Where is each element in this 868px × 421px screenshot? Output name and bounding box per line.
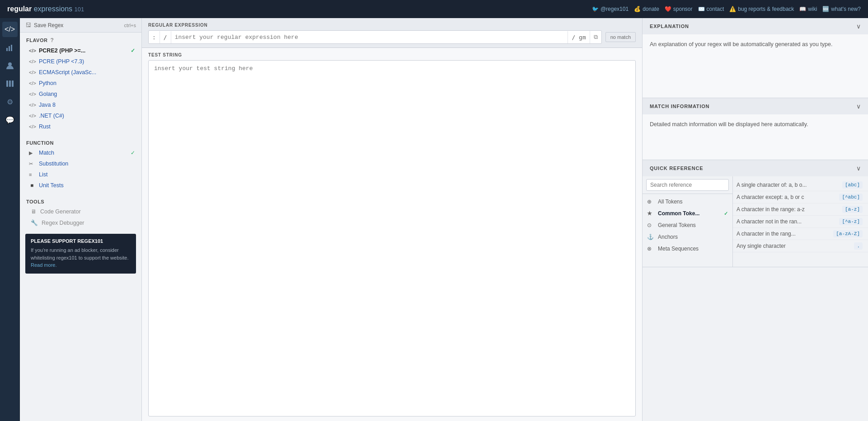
meta-sequences-icon: ⊗ [647, 246, 654, 252]
regex-input-row: : / / gm ⧉ [148, 30, 602, 44]
save-regex-bar: 🖫 Save Regex ctrl+s [20, 18, 141, 33]
flavor-ecmascript[interactable]: </> ECMAScript (JavaSc... [20, 67, 141, 78]
anchors-icon: ⚓ [647, 234, 654, 240]
flavor-rust[interactable]: </> Rust [20, 121, 141, 132]
support-box: PLEASE SUPPORT REGEX101 If you're runnin… [25, 234, 136, 274]
explanation-title: EXPLANATION [650, 24, 689, 29]
icon-sidebar: </> ⚙ 💬 [0, 18, 20, 421]
match-info-body: Detailed match information will be displ… [643, 114, 868, 160]
function-list[interactable]: ≡ List [20, 169, 141, 180]
substitution-icon: ✂ [29, 161, 35, 167]
copy-regex-button[interactable]: ⧉ [590, 31, 601, 43]
test-string-input[interactable] [148, 60, 636, 416]
tool-code-generator[interactable]: 🖥 Code Generator [20, 206, 141, 217]
all-tokens-icon: ⊕ [647, 199, 654, 205]
quick-ref-chevron: ∨ [856, 165, 861, 172]
donate-link[interactable]: 💰 donate [634, 6, 659, 12]
qr-categories: ⊕ All Tokens ★ Common Toke... ✓ ⊙ Genera… [643, 194, 732, 256]
qr-item-2[interactable]: A character in the range: a-z [a-z] [733, 203, 868, 216]
sidebar-icon-editor[interactable]: </> [2, 22, 18, 37]
match-info-header[interactable]: MATCH INFORMATION ∨ [643, 98, 868, 114]
flavor-section-label: FLAVOR ? [20, 33, 141, 45]
match-icon: ▶ [29, 150, 35, 156]
contact-link[interactable]: ✉️ contact [698, 6, 724, 12]
qr-item-4[interactable]: A character in the rang... [a-zA-Z] [733, 228, 868, 240]
explanation-header[interactable]: EXPLANATION ∨ [643, 18, 868, 34]
code-icon-4: </> [29, 80, 35, 86]
function-check: ✓ [131, 150, 135, 156]
support-read-more-link[interactable]: Read more. [31, 262, 56, 268]
function-list: ▶ Match ✓ ✂ Substitution ≡ List ◾ Unit T… [20, 147, 141, 194]
common-tokens-icon: ★ [647, 210, 654, 217]
regex-slash-start: / [160, 31, 171, 43]
logo-101: 101 [75, 6, 84, 13]
code-icon-3: </> [29, 70, 35, 75]
topnav: regular expressions 101 🐦 @regex101 💰 do… [0, 0, 868, 18]
site-logo[interactable]: regular expressions 101 [7, 5, 84, 13]
flavor-python[interactable]: </> Python [20, 78, 141, 89]
save-icon: 🖫 [25, 22, 31, 28]
qr-item-0[interactable]: A single character of: a, b o... [abc] [733, 179, 868, 191]
svg-rect-6 [9, 80, 11, 87]
flavor-golang[interactable]: </> Golang [20, 89, 141, 99]
support-text: If you're running an ad blocker, conside… [31, 246, 131, 269]
sidebar-icon-stats[interactable] [2, 40, 18, 55]
qr-cat-general-tokens[interactable]: ⊙ General Tokens [643, 219, 732, 231]
bugreports-link[interactable]: ⚠️ bug reports & feedback [729, 6, 794, 12]
function-substitution[interactable]: ✂ Substitution [20, 158, 141, 169]
function-unit-tests[interactable]: ◾ Unit Tests [20, 180, 141, 191]
flavor-pcre2[interactable]: </> PCRE2 (PHP >=... ✓ [20, 45, 141, 56]
list-icon: ≡ [29, 172, 35, 177]
sidebar-icon-settings[interactable]: ⚙ [2, 94, 18, 109]
debugger-icon: 🔧 [31, 219, 38, 226]
function-section-label: FUNCTION [20, 136, 141, 147]
svg-point-4 [8, 62, 12, 66]
svg-rect-5 [6, 80, 8, 87]
sidebar-icon-library[interactable] [2, 76, 18, 91]
regex-flags[interactable]: / gm [568, 31, 589, 43]
qr-item-3[interactable]: A character not in the ran... [^a-z] [733, 216, 868, 228]
twitter-link[interactable]: 🐦 @regex101 [592, 6, 629, 12]
whatsnew-link[interactable]: 🆕 what's new? [822, 6, 861, 12]
match-info-chevron: ∨ [856, 103, 861, 110]
logo-regular: regular [7, 5, 32, 13]
svg-rect-2 [11, 45, 12, 51]
svg-rect-7 [12, 80, 14, 87]
qr-item-5[interactable]: Any single character . [733, 240, 868, 252]
regex-input[interactable] [171, 31, 568, 43]
flavor-dotnet[interactable]: </> .NET (C#) [20, 110, 141, 121]
quick-ref-body: ⊕ All Tokens ★ Common Toke... ✓ ⊙ Genera… [643, 176, 868, 267]
qr-left-panel: ⊕ All Tokens ★ Common Toke... ✓ ⊙ Genera… [643, 176, 733, 267]
right-panel: EXPLANATION ∨ An explanation of your reg… [642, 18, 868, 421]
test-string-section: TEST STRING [142, 48, 642, 421]
qr-cat-anchors[interactable]: ⚓ Anchors [643, 231, 732, 243]
regex-input-outer: : / / gm ⧉ no match [148, 30, 636, 44]
no-match-badge: no match [605, 32, 636, 42]
support-title: PLEASE SUPPORT REGEX101 [31, 238, 131, 244]
flavor-java8[interactable]: </> Java 8 [20, 99, 141, 110]
quick-ref-header[interactable]: QUICK REFERENCE ∨ [643, 160, 868, 176]
qr-item-1[interactable]: A character except: a, b or c [^abc] [733, 191, 868, 203]
wiki-link[interactable]: 📖 wiki [799, 6, 817, 12]
code-icon-8: </> [29, 124, 35, 129]
general-tokens-icon: ⊙ [647, 222, 654, 228]
sidebar-icon-account[interactable] [2, 58, 18, 73]
function-match[interactable]: ▶ Match ✓ [20, 147, 141, 158]
explanation-body: An explanation of your regex will be aut… [643, 34, 868, 98]
flavor-help-icon[interactable]: ? [50, 37, 54, 43]
tool-regex-debugger[interactable]: 🔧 Regex Debugger [20, 217, 141, 228]
sidebar-icon-feedback[interactable]: 💬 [2, 112, 18, 128]
sponsor-link[interactable]: ❤️ sponsor [665, 6, 693, 12]
regex-section: REGULAR EXPRESSION : / / gm ⧉ no match [142, 18, 642, 48]
qr-cat-all-tokens[interactable]: ⊕ All Tokens [643, 196, 732, 208]
logo-expressions: expressions [34, 5, 72, 13]
qr-cat-common-tokens[interactable]: ★ Common Toke... ✓ [643, 208, 732, 219]
flavor-pcre[interactable]: </> PCRE (PHP <7.3) [20, 56, 141, 67]
left-panel: 🖫 Save Regex ctrl+s FLAVOR ? </> PCRE2 (… [20, 18, 142, 421]
tools-list: 🖥 Code Generator 🔧 Regex Debugger [20, 206, 141, 228]
svg-rect-1 [9, 46, 10, 51]
save-shortcut: ctrl+s [124, 23, 136, 28]
qr-search-input[interactable] [646, 179, 729, 191]
match-info-section: MATCH INFORMATION ∨ Detailed match infor… [643, 98, 868, 160]
qr-cat-meta-sequences[interactable]: ⊗ Meta Sequences [643, 243, 732, 255]
